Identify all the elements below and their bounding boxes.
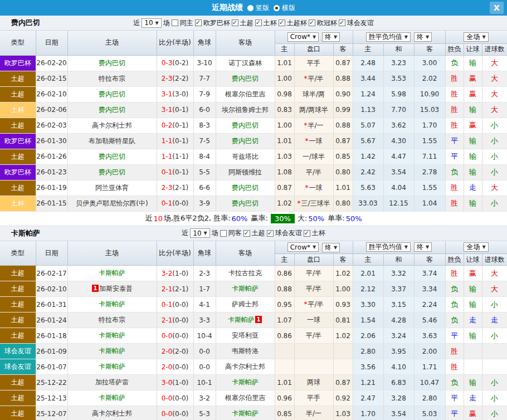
- mean-home: 1.21: [353, 375, 383, 390]
- match-date: 26-02-17: [36, 266, 67, 281]
- col-type: 类型: [0, 31, 36, 55]
- away-team: 费内巴切: [216, 71, 275, 86]
- table-row: 土超26-02-17卡斯帕萨3-2(1-0)2-3卡拉古拉克0.86平/半1.0…: [0, 266, 507, 281]
- col-corner: 角球: [193, 31, 216, 55]
- match-count-select[interactable]: 10▼: [142, 18, 161, 28]
- home-team: 特拉布宗: [67, 71, 157, 86]
- result-goals: [482, 344, 507, 359]
- league-checkbox[interactable]: [267, 230, 274, 237]
- match-date: 26-01-23: [36, 164, 67, 180]
- sub-odds-home: 主: [275, 43, 294, 55]
- away-team: 卡斯帕萨: [216, 375, 275, 390]
- mean-away: 3.63: [414, 328, 445, 344]
- result-wdl: 胜: [445, 266, 464, 281]
- full-game-select[interactable]: 全场▼: [464, 32, 488, 42]
- section-header: 卡斯帕萨近10▼场同客土超球会友谊土杯: [0, 226, 507, 241]
- result-wdl: 负: [445, 375, 464, 390]
- score-cell: 3-2(1-0): [157, 266, 193, 281]
- league-checkbox[interactable]: [279, 19, 285, 26]
- mean-away: 2.00: [414, 344, 445, 359]
- same-venue-checkbox[interactable]: [220, 230, 227, 237]
- table-row: 土超26-02-10费内巴切3-1(3-0)7-9根塞尔伯里吉0.98球半/两0…: [0, 86, 507, 102]
- half-time-score: (0-1): [172, 106, 188, 114]
- match-date: 26-02-15: [36, 71, 67, 86]
- league-checkbox[interactable]: [339, 19, 345, 26]
- full-time-score: 0-1: [162, 301, 173, 309]
- full-time-score: 3-1: [162, 90, 173, 98]
- sub-odds-away: 客: [333, 43, 353, 55]
- sub-mean-home: 主: [353, 254, 383, 266]
- handicap-line: *三/三球半: [294, 196, 333, 211]
- odds-away: 0.81: [333, 312, 353, 328]
- handicap-text: 两/两球半: [299, 106, 328, 114]
- home-team: 卡斯帕萨: [67, 390, 157, 406]
- close-icon[interactable]: X: [490, 2, 504, 14]
- mean-home: 2.47: [353, 390, 383, 406]
- result-handicap: [464, 344, 482, 359]
- full-game-select[interactable]: 全场▼: [464, 242, 488, 252]
- league-checkbox[interactable]: [195, 19, 202, 26]
- result-wdl: 胜: [445, 196, 464, 211]
- odds-away: 0.88: [333, 118, 353, 133]
- match-type-badge: 土超: [0, 312, 36, 328]
- half-time-score: (0-1): [172, 137, 188, 145]
- home-team-name: 阿兰亚体育: [95, 184, 129, 192]
- summary-win-rate: 60%: [232, 214, 248, 223]
- corner-count: 7-5: [193, 133, 216, 149]
- odds-source-select[interactable]: Crow*▼: [287, 242, 319, 252]
- league-checkbox[interactable]: [232, 19, 238, 26]
- sub-result: 胜负: [445, 43, 464, 55]
- odds-final-select[interactable]: 终▼: [322, 243, 340, 252]
- handicap-text: 平/半: [306, 331, 321, 339]
- col-away: 客场: [216, 241, 275, 266]
- mean-away: 3.00: [414, 55, 445, 71]
- result-goals: 小: [482, 375, 507, 390]
- match-type-badge: 土超: [0, 180, 36, 196]
- league-label: 球会友谊: [347, 18, 374, 28]
- half-time-score: (1-0): [172, 270, 188, 277]
- summary-record: 场,胜6平2负2, 胜率:: [164, 213, 231, 223]
- col-home: 主场: [67, 241, 157, 266]
- odds-final-select[interactable]: 终▼: [322, 32, 340, 42]
- mean-final-select[interactable]: 终▼: [414, 32, 432, 42]
- mean-select[interactable]: 胜平负均值▼: [366, 242, 411, 252]
- result-goals: 小: [482, 118, 507, 133]
- layout-mode-vertical[interactable]: 竖版: [247, 3, 269, 13]
- mean-final-select[interactable]: 终▼: [414, 242, 432, 252]
- mean-draw: 4.04: [383, 180, 414, 196]
- radio-vertical-icon[interactable]: [247, 5, 254, 11]
- result-goals: 大: [482, 71, 507, 86]
- radio-horizontal-icon[interactable]: [274, 5, 280, 11]
- league-checkbox[interactable]: [255, 19, 262, 26]
- home-team: 特拉布宗: [67, 312, 157, 328]
- radio-horizontal-label: 横版: [282, 3, 295, 13]
- away-team: 根塞尔伯里吉: [216, 390, 275, 406]
- match-count-select[interactable]: 10▼: [190, 228, 209, 238]
- match-type-badge: 土超: [0, 375, 36, 390]
- result-handicap: 输: [464, 297, 482, 312]
- layout-mode-horizontal[interactable]: 横版: [274, 3, 295, 13]
- mean-away: 3.34: [414, 281, 445, 297]
- score-cell: 2-1(2-1): [157, 281, 193, 297]
- same-venue-checkbox[interactable]: [172, 19, 178, 26]
- away-team: 费内巴切: [216, 133, 275, 149]
- sub-result: 胜负: [445, 254, 464, 266]
- odds-source-select[interactable]: Crow*▼: [287, 32, 319, 42]
- corner-count: 6-6: [193, 180, 216, 196]
- home-team-name: 高卡尔利士邦: [92, 121, 132, 129]
- odds-home: 0.96: [275, 390, 294, 406]
- league-checkbox[interactable]: [309, 19, 315, 26]
- mean-select[interactable]: 胜平负均值▼: [366, 32, 411, 42]
- match-date: 26-01-31: [36, 297, 67, 312]
- odds-home: 1.08: [275, 164, 294, 180]
- match-date: 26-01-09: [36, 344, 67, 359]
- home-team-name: 卡斯帕萨: [99, 331, 125, 339]
- handicap-line: *平/半: [294, 71, 333, 86]
- result-wdl: 胜: [445, 118, 464, 133]
- table-row: 土超26-01-24特拉布宗2-1(0-0)3-3卡斯帕萨11.07一球0.81…: [0, 312, 507, 328]
- mean-draw: 3.95: [383, 344, 414, 359]
- league-checkbox[interactable]: [304, 230, 310, 237]
- col-date: 日期: [36, 241, 67, 266]
- result-goals: 大: [482, 102, 507, 118]
- league-checkbox[interactable]: [243, 230, 250, 237]
